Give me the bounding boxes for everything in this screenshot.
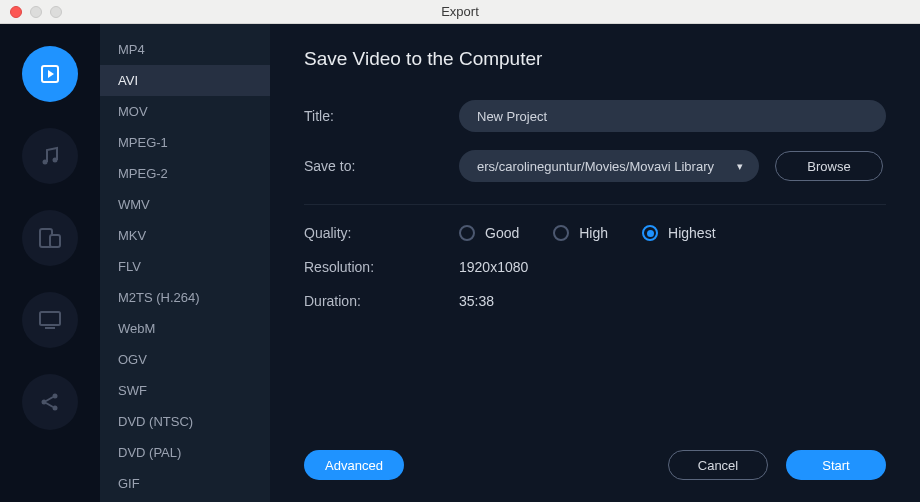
format-item-swf[interactable]: SWF bbox=[100, 375, 270, 406]
title-input-text: New Project bbox=[477, 109, 547, 124]
title-input[interactable]: New Project bbox=[459, 100, 886, 132]
radio-circle-icon bbox=[553, 225, 569, 241]
label-title: Title: bbox=[304, 108, 459, 124]
saveto-path-text: ers/carolineguntur/Movies/Movavi Library bbox=[477, 159, 714, 174]
quality-radio-good[interactable]: Good bbox=[459, 225, 519, 241]
format-item-avi[interactable]: AVI bbox=[100, 65, 270, 96]
play-in-box-icon bbox=[38, 62, 62, 86]
browse-button[interactable]: Browse bbox=[775, 151, 883, 181]
quality-radio-highest[interactable]: Highest bbox=[642, 225, 715, 241]
label-quality: Quality: bbox=[304, 225, 459, 241]
chevron-down-icon: ▾ bbox=[737, 160, 743, 173]
radio-circle-icon bbox=[459, 225, 475, 241]
start-button-label: Start bbox=[822, 458, 849, 473]
format-item-flv[interactable]: FLV bbox=[100, 251, 270, 282]
label-saveto: Save to: bbox=[304, 158, 459, 174]
format-item-dvd-pal-[interactable]: DVD (PAL) bbox=[100, 437, 270, 468]
row-title: Title: New Project bbox=[304, 100, 886, 132]
svg-rect-6 bbox=[40, 312, 60, 325]
quality-radio-high[interactable]: High bbox=[553, 225, 608, 241]
rail-tv-button[interactable] bbox=[22, 292, 78, 348]
row-resolution: Resolution: 1920x1080 bbox=[304, 259, 886, 275]
monitor-icon bbox=[37, 307, 63, 333]
music-note-icon bbox=[38, 144, 62, 168]
format-list: MP4AVIMOVMPEG-1MPEG-2WMVMKVFLVM2TS (H.26… bbox=[100, 24, 270, 502]
row-duration: Duration: 35:38 bbox=[304, 293, 886, 309]
format-item-m2ts-h-264-[interactable]: M2TS (H.264) bbox=[100, 282, 270, 313]
panel-heading: Save Video to the Computer bbox=[304, 48, 886, 70]
svg-rect-5 bbox=[50, 235, 60, 247]
svg-line-11 bbox=[46, 397, 53, 401]
rail-share-button[interactable] bbox=[22, 374, 78, 430]
rail-video-button[interactable] bbox=[22, 46, 78, 102]
footer: Advanced Cancel Start bbox=[304, 450, 886, 480]
rail-devices-button[interactable] bbox=[22, 210, 78, 266]
format-item-mkv[interactable]: MKV bbox=[100, 220, 270, 251]
quality-radio-group: GoodHighHighest bbox=[459, 225, 716, 241]
titlebar: Export bbox=[0, 0, 920, 24]
svg-line-12 bbox=[46, 403, 53, 407]
saveto-dropdown[interactable]: ers/carolineguntur/Movies/Movavi Library… bbox=[459, 150, 759, 182]
format-item-mpeg-1[interactable]: MPEG-1 bbox=[100, 127, 270, 158]
cancel-button-label: Cancel bbox=[698, 458, 738, 473]
app-body: MP4AVIMOVMPEG-1MPEG-2WMVMKVFLVM2TS (H.26… bbox=[0, 24, 920, 502]
label-duration: Duration: bbox=[304, 293, 459, 309]
value-resolution: 1920x1080 bbox=[459, 259, 528, 275]
window-title: Export bbox=[0, 4, 920, 19]
rail-audio-button[interactable] bbox=[22, 128, 78, 184]
format-item-mov[interactable]: MOV bbox=[100, 96, 270, 127]
share-icon bbox=[38, 390, 62, 414]
row-saveto: Save to: ers/carolineguntur/Movies/Movav… bbox=[304, 150, 886, 182]
radio-label: Highest bbox=[668, 225, 715, 241]
divider bbox=[304, 204, 886, 205]
advanced-button-label: Advanced bbox=[325, 458, 383, 473]
browse-button-label: Browse bbox=[807, 159, 850, 174]
row-quality: Quality: GoodHighHighest bbox=[304, 225, 886, 241]
value-duration: 35:38 bbox=[459, 293, 494, 309]
start-button[interactable]: Start bbox=[786, 450, 886, 480]
svg-point-2 bbox=[43, 160, 48, 165]
radio-circle-icon bbox=[642, 225, 658, 241]
radio-label: High bbox=[579, 225, 608, 241]
category-rail bbox=[0, 24, 100, 502]
format-item-gif[interactable]: GIF bbox=[100, 468, 270, 499]
format-item-webm[interactable]: WebM bbox=[100, 313, 270, 344]
devices-icon bbox=[37, 225, 63, 251]
label-resolution: Resolution: bbox=[304, 259, 459, 275]
format-item-ogv[interactable]: OGV bbox=[100, 344, 270, 375]
svg-marker-1 bbox=[48, 70, 54, 78]
svg-point-3 bbox=[53, 158, 58, 163]
format-item-mp4[interactable]: MP4 bbox=[100, 34, 270, 65]
radio-label: Good bbox=[485, 225, 519, 241]
cancel-button[interactable]: Cancel bbox=[668, 450, 768, 480]
content-panel: Save Video to the Computer Title: New Pr… bbox=[270, 24, 920, 502]
format-item-dvd-ntsc-[interactable]: DVD (NTSC) bbox=[100, 406, 270, 437]
format-item-mpeg-2[interactable]: MPEG-2 bbox=[100, 158, 270, 189]
advanced-button[interactable]: Advanced bbox=[304, 450, 404, 480]
format-item-wmv[interactable]: WMV bbox=[100, 189, 270, 220]
